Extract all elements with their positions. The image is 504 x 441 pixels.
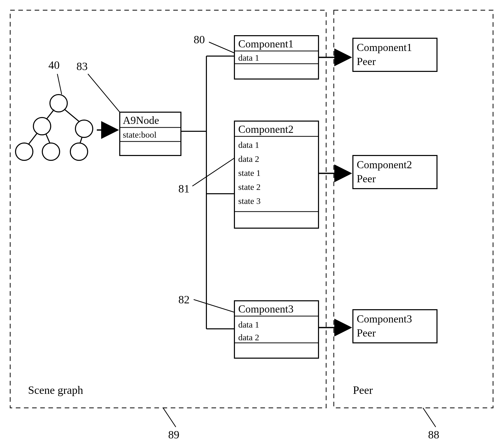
svg-line-7 — [64, 109, 79, 122]
component1-title: Component1 — [238, 38, 294, 50]
component2-item-4: state 3 — [238, 196, 261, 206]
ref-80: 80 — [194, 33, 205, 46]
component2-peer-line-1: Peer — [357, 173, 376, 185]
component2-item-1: data 2 — [238, 154, 259, 164]
component1-box: Component1 data 1 — [234, 36, 319, 79]
component2-item-3: state 2 — [238, 182, 261, 192]
svg-line-8 — [29, 133, 37, 144]
component1-peer-line-0: Component1 — [357, 42, 412, 53]
svg-line-9 — [46, 134, 50, 143]
component3-peer-line-1: Peer — [357, 327, 376, 339]
scene-tree-icon — [16, 95, 93, 160]
component2-title: Component2 — [238, 123, 294, 135]
component1-peer-line-1: Peer — [357, 56, 376, 67]
ref-89: 89 — [168, 429, 179, 441]
peer-label: Peer — [353, 384, 373, 396]
component3-title: Component3 — [238, 303, 294, 315]
svg-line-6 — [46, 110, 54, 119]
component2-item-0: data 1 — [238, 140, 259, 150]
component1-peer-box: Component1 Peer — [353, 38, 437, 71]
component2-box: Component2 data 1 data 2 state 1 state 2… — [234, 121, 319, 228]
svg-line-10 — [80, 137, 82, 143]
component3-item-0: data 1 — [238, 320, 259, 329]
component3-item-1: data 2 — [238, 333, 259, 342]
component3-peer-line-0: Component3 — [357, 313, 412, 325]
ref-80-leader — [209, 42, 236, 54]
ref-89-leader — [163, 408, 176, 427]
component1-item-0: data 1 — [238, 53, 259, 62]
svg-point-1 — [33, 118, 51, 135]
component3-box: Component3 data 1 data 2 — [234, 301, 319, 358]
diagram-canvas: A9Node state:bool 40 83 80 81 82 Compone… — [0, 0, 504, 441]
ref-83: 83 — [76, 60, 88, 73]
svg-point-4 — [42, 143, 60, 160]
a9node-field: state:bool — [123, 130, 156, 139]
svg-point-2 — [75, 120, 93, 137]
ref-40-leader — [57, 74, 62, 94]
ref-40: 40 — [48, 59, 60, 71]
scene-graph-label: Scene graph — [28, 384, 83, 396]
ref-81: 81 — [178, 183, 190, 195]
ref-88: 88 — [428, 429, 439, 441]
ref-81-leader — [192, 158, 234, 186]
component3-peer-box: Component3 Peer — [353, 310, 437, 343]
component2-item-2: state 1 — [238, 168, 261, 178]
ref-82-leader — [194, 300, 234, 312]
a9node-title: A9Node — [123, 114, 159, 126]
ref-83-leader — [88, 74, 120, 112]
component2-peer-box: Component2 Peer — [353, 155, 437, 189]
ref-82: 82 — [178, 293, 190, 306]
svg-point-3 — [16, 143, 33, 160]
svg-point-5 — [70, 143, 88, 160]
a9node-box: A9Node state:bool — [120, 112, 181, 155]
ref-88-leader — [423, 408, 436, 427]
component2-peer-line-0: Component2 — [357, 159, 412, 171]
